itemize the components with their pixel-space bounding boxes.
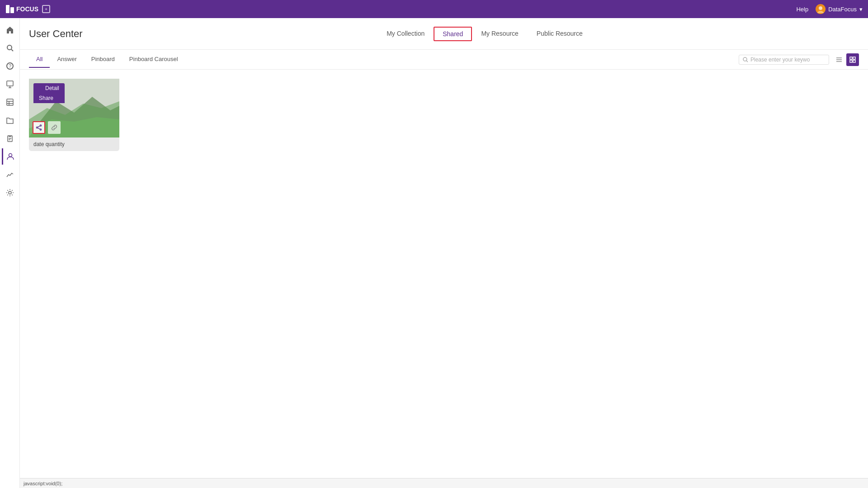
sub-tab-answer[interactable]: Answer	[50, 51, 84, 68]
detail-menu-item[interactable]: Detail	[33, 83, 65, 93]
add-tab-button[interactable]: ＋	[42, 5, 50, 13]
share-label: Share	[39, 95, 53, 101]
list-icon	[835, 56, 843, 63]
content-header: User Center My Collection Shared My Reso…	[20, 18, 868, 50]
svg-rect-27	[853, 57, 855, 59]
sidebar-item-user[interactable]	[2, 148, 18, 165]
card-label: date quantity	[29, 137, 119, 151]
svg-line-6	[11, 49, 13, 51]
resource-card[interactable]: Detail Share	[29, 79, 119, 151]
svg-rect-9	[7, 81, 13, 86]
top-bar: FOCUS ＋ Help DataFocus ▾	[0, 0, 868, 18]
tab-public-resource[interactable]: Public Resource	[528, 26, 592, 42]
card-context-menu: Detail Share	[33, 83, 65, 103]
view-toggle	[833, 53, 859, 66]
main-layout: ?	[0, 18, 868, 488]
grid-view-button[interactable]	[846, 53, 859, 66]
grid-icon	[849, 56, 856, 63]
card-preview: Detail Share	[29, 79, 119, 137]
logo[interactable]: FOCUS	[5, 5, 38, 14]
link-icon	[51, 124, 57, 131]
svg-point-5	[7, 45, 12, 50]
page-title: User Center	[29, 28, 110, 40]
grid-content: Detail Share	[20, 70, 868, 478]
sidebar-item-help[interactable]: ?	[2, 58, 18, 74]
sidebar-item-search[interactable]	[2, 40, 18, 56]
help-link[interactable]: Help	[796, 6, 808, 13]
search-icon	[743, 57, 748, 62]
search-box[interactable]: Please enter your keywo	[739, 55, 829, 65]
svg-point-20	[9, 191, 11, 194]
sidebar-item-folder[interactable]	[2, 112, 18, 128]
search-placeholder: Please enter your keywo	[750, 57, 810, 63]
sidebar: ?	[0, 18, 20, 488]
tab-my-collection[interactable]: My Collection	[377, 26, 434, 42]
sidebar-item-settings[interactable]	[2, 185, 18, 201]
svg-line-37	[38, 126, 40, 127]
svg-point-35	[40, 129, 42, 130]
sub-tabs-row: All Answer Pinboard Pinboard Carousel Pl…	[20, 50, 868, 70]
top-bar-left: FOCUS ＋	[5, 5, 50, 14]
sidebar-item-home[interactable]	[2, 22, 18, 38]
link-icon-button[interactable]	[48, 121, 61, 134]
svg-line-38	[38, 128, 40, 129]
svg-text:?: ?	[9, 63, 11, 69]
search-view-row: Please enter your keywo	[739, 53, 859, 66]
tab-shared[interactable]: Shared	[434, 27, 472, 41]
sidebar-item-monitor[interactable]	[2, 76, 18, 92]
sub-tabs: All Answer Pinboard Pinboard Carousel	[29, 51, 185, 68]
svg-point-4	[817, 11, 824, 13]
user-name: DataFocus	[828, 6, 857, 13]
nav-tabs: My Collection Shared My Resource Public …	[377, 26, 592, 42]
user-chevron-icon: ▾	[859, 6, 863, 13]
share-icon-button[interactable]	[33, 121, 45, 134]
logo-text: FOCUS	[16, 5, 38, 13]
svg-point-34	[40, 125, 42, 126]
tab-my-resource[interactable]: My Resource	[472, 26, 527, 42]
svg-point-19	[9, 154, 12, 157]
svg-rect-26	[850, 57, 852, 59]
avatar	[816, 4, 826, 14]
svg-point-36	[37, 127, 38, 128]
sidebar-item-table[interactable]	[2, 94, 18, 110]
status-text: javascript:void(0);	[24, 481, 62, 486]
content-area: User Center My Collection Shared My Reso…	[20, 18, 868, 488]
detail-icon	[39, 86, 43, 90]
detail-label: Detail	[45, 85, 59, 91]
sub-tab-all[interactable]: All	[29, 51, 50, 68]
svg-rect-28	[850, 60, 852, 62]
svg-point-21	[743, 57, 747, 61]
sub-tab-pinboard[interactable]: Pinboard	[84, 51, 122, 68]
svg-rect-0	[6, 5, 9, 13]
svg-rect-1	[10, 7, 14, 13]
list-view-button[interactable]	[833, 53, 845, 66]
share-icon	[36, 124, 42, 131]
svg-line-22	[746, 61, 748, 62]
status-bar: javascript:void(0);	[20, 478, 868, 488]
svg-point-3	[819, 6, 822, 10]
top-bar-right: Help DataFocus ▾	[796, 4, 863, 14]
svg-rect-29	[853, 60, 855, 62]
svg-rect-12	[7, 99, 13, 105]
share-menu-item[interactable]: Share	[33, 93, 65, 103]
user-info[interactable]: DataFocus ▾	[816, 4, 863, 14]
cards-grid: Detail Share	[29, 79, 859, 151]
sub-tab-pinboard-carousel[interactable]: Pinboard Carousel	[122, 51, 185, 68]
sidebar-item-analytics[interactable]	[2, 166, 18, 183]
sidebar-item-clipboard[interactable]	[2, 130, 18, 147]
